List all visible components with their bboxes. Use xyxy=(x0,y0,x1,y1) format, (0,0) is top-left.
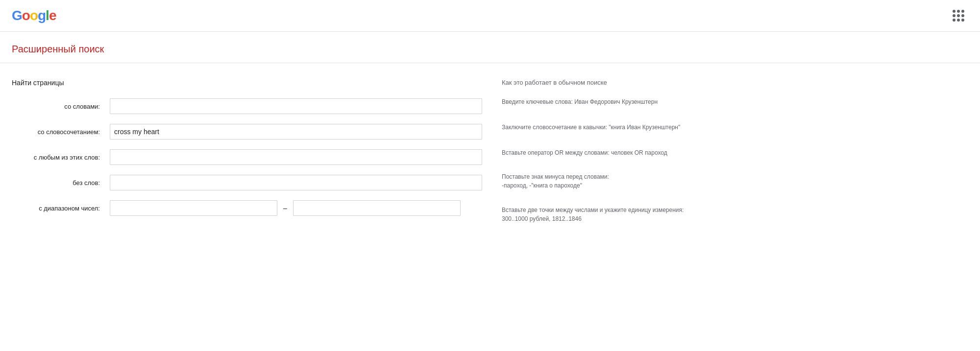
none-words-label: без слов: xyxy=(12,179,110,187)
apps-icon[interactable] xyxy=(949,6,968,25)
hint-text-3: Поставьте знак минуса перед словами: -па… xyxy=(502,172,609,190)
hint-text-1: Заключите словосочетание в кавычки: "кни… xyxy=(502,123,680,132)
logo-letter-o2: o xyxy=(30,8,38,23)
hint-text-0: Введите ключевые слова: Иван Федорович К… xyxy=(502,97,658,106)
range-separator: – xyxy=(277,204,293,212)
logo-letter-g: G xyxy=(12,8,22,23)
any-words-input[interactable] xyxy=(110,149,482,165)
main-content: Найти страницы со словами: со словосочет… xyxy=(0,63,980,253)
header: Google xyxy=(0,0,980,32)
all-words-label: со словами: xyxy=(12,103,110,110)
hint-row-1: Заключите словосочетание в кавычки: "кни… xyxy=(502,119,968,135)
exact-phrase-row: со словосочетанием: xyxy=(12,124,482,140)
range-to-input[interactable] xyxy=(293,200,461,216)
any-words-label: с любым из этих слов: xyxy=(12,154,110,161)
none-words-input[interactable] xyxy=(110,175,482,190)
page-title: Расширенный поиск xyxy=(12,44,968,55)
range-label: с диапазоном чисел: xyxy=(12,205,110,212)
hint-row-2: Вставьте оператор OR между словами: чело… xyxy=(502,145,968,161)
exact-phrase-input[interactable] xyxy=(110,124,482,140)
hint-row-3: Поставьте знак минуса перед словами: -па… xyxy=(502,170,968,194)
range-from-input[interactable] xyxy=(110,200,277,216)
exact-phrase-label: со словосочетанием: xyxy=(12,128,110,136)
none-words-row: без слов: xyxy=(12,175,482,190)
all-words-row: со словами: xyxy=(12,98,482,114)
logo-letter-l: l xyxy=(46,8,49,23)
find-pages-heading: Найти страницы xyxy=(12,79,482,87)
logo-letter-e: e xyxy=(49,8,56,23)
left-section: Найти страницы со словами: со словосочет… xyxy=(12,79,482,237)
all-words-input[interactable] xyxy=(110,98,482,114)
logo-letter-o1: o xyxy=(22,8,30,23)
range-inputs: – xyxy=(110,200,482,216)
how-it-works-heading: Как это работает в обычном поиске xyxy=(502,79,968,86)
right-section: Как это работает в обычном поиске Введит… xyxy=(502,79,968,237)
page-title-section: Расширенный поиск xyxy=(0,32,980,63)
logo-letter-g2: g xyxy=(38,8,46,23)
range-row: с диапазоном чисел: – xyxy=(12,200,482,216)
hint-text-2: Вставьте оператор OR между словами: чело… xyxy=(502,148,667,157)
hint-text-4: Вставьте две точки между числами и укажи… xyxy=(502,206,684,223)
google-logo[interactable]: Google xyxy=(12,8,56,23)
hint-row-0: Введите ключевые слова: Иван Федорович К… xyxy=(502,94,968,110)
any-words-row: с любым из этих слов: xyxy=(12,149,482,165)
hint-row-4: Вставьте две точки между числами и укажи… xyxy=(502,204,968,227)
